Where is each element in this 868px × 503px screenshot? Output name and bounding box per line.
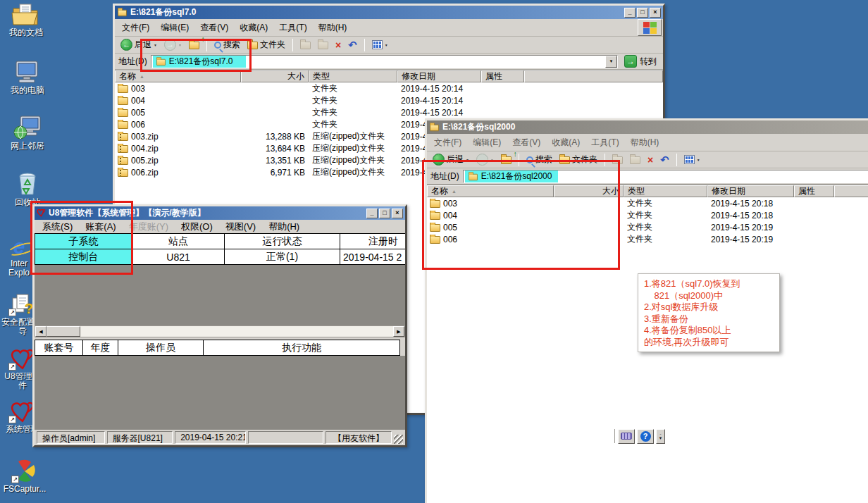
column-header-date[interactable]: 修改日期 [397, 70, 481, 82]
column-header-attr[interactable]: 属性 [794, 185, 834, 197]
cell-site: U821 [132, 249, 225, 265]
resize-grip[interactable] [394, 435, 403, 444]
ime-toolbar: ? - ▼ [614, 427, 665, 445]
menu-help[interactable]: 帮助(H) [264, 220, 304, 234]
title-bar[interactable]: E:\821备份sql7.0 _ □ × [115, 6, 663, 19]
maximize-button[interactable]: □ [379, 209, 390, 218]
desktop-icon-my-computer[interactable]: 我的电脑 [6, 59, 49, 95]
highlight-rect-address-sql7 [140, 39, 252, 72]
chevron-down-icon: ▼ [697, 158, 700, 162]
menu-help[interactable]: 帮助(H) [313, 20, 353, 36]
header-account-no[interactable]: 账套号 [35, 340, 83, 356]
header-operator[interactable]: 操作员 [118, 340, 204, 356]
menu-view[interactable]: 查看(V) [194, 20, 234, 36]
column-header-type[interactable]: 类型 [624, 185, 707, 197]
column-header-type[interactable]: 类型 [309, 70, 397, 82]
zip-folder-icon [118, 145, 128, 153]
views-button[interactable]: ▼ [369, 39, 391, 50]
close-button[interactable]: × [392, 209, 403, 218]
desktop-icon-network-places[interactable]: 网上邻居 [6, 115, 49, 151]
minimize-button[interactable]: _ [624, 8, 636, 18]
delete-button[interactable]: × [333, 39, 344, 51]
menu-view[interactable]: 查看(V) [507, 135, 546, 151]
ime-options-button[interactable]: - ▼ [656, 429, 665, 444]
header-site[interactable]: 站点 [132, 234, 225, 249]
title-bar[interactable]: E:\821备份sql2000 [427, 120, 868, 134]
undo-icon: ↶ [348, 39, 357, 50]
column-header-date[interactable]: 修改日期 [707, 185, 794, 197]
file-row[interactable]: 004 文件夹2019-4-15 20:14 [115, 94, 663, 106]
menu-file[interactable]: 文件(F) [116, 20, 155, 36]
minimize-button[interactable]: _ [366, 209, 378, 218]
header-year[interactable]: 年度 [83, 340, 118, 356]
horizontal-scrollbar[interactable]: ◀ ▶ [35, 325, 405, 337]
highlight-rect-u8-subsystem [30, 201, 133, 275]
menu-edit[interactable]: 编辑(E) [467, 135, 507, 151]
maximize-button[interactable]: □ [637, 8, 648, 18]
zip-folder-icon [118, 157, 128, 165]
menu-edit[interactable]: 编辑(E) [155, 20, 194, 36]
desktop-icon-label: Inter Explo [8, 259, 30, 278]
desktop-icon-label: 我的文档 [9, 28, 43, 37]
desktop-icon-label: FSCaptur... [4, 485, 46, 494]
menu-view[interactable]: 视图(V) [221, 220, 261, 234]
folder-icon [118, 97, 128, 105]
my-computer-icon [13, 59, 42, 85]
column-header-size[interactable]: 大小 [241, 70, 309, 82]
move-to-button[interactable] [297, 39, 314, 50]
scroll-right-icon[interactable]: ▶ [393, 326, 404, 337]
window-title: E:\821备份sql7.0 [130, 6, 196, 18]
scroll-left-icon[interactable]: ◀ [35, 326, 46, 337]
my-documents-icon [11, 1, 41, 27]
menu-tools[interactable]: 工具(T) [585, 135, 624, 151]
folder-icon [118, 85, 128, 93]
status-empty [248, 431, 323, 444]
close-button[interactable]: × [650, 8, 661, 18]
column-headers: 名称▲ 大小 类型 修改日期 属性 [115, 70, 663, 82]
folder-icon [118, 109, 128, 117]
ime-separator [614, 429, 616, 443]
desktop-icon-label: 我的电脑 [11, 86, 44, 95]
annotation-line: 的环境,再次升级即可 [644, 337, 774, 349]
menu-favorites[interactable]: 收藏(A) [234, 20, 273, 36]
undo-button[interactable]: ↶ [657, 154, 672, 166]
sort-asc-icon: ▲ [140, 74, 144, 79]
chevron-down-icon: ▼ [659, 436, 663, 440]
keyboard-icon [621, 433, 632, 440]
address-dropdown-button[interactable]: ▼ [605, 56, 617, 68]
header-run-status[interactable]: 运行状态 [225, 234, 340, 249]
scrollbar-thumb[interactable] [46, 326, 80, 337]
annotation-note: 1.将821（sql7.0)恢复到 821（sql2000)中 2.对sql数据… [638, 273, 780, 352]
delete-icon: × [335, 40, 341, 50]
u8-manager-icon: ↗ [10, 345, 35, 371]
menu-file[interactable]: 文件(F) [428, 135, 467, 151]
annotation-line: 4.将备份复制850以上 [644, 325, 774, 337]
menu-help[interactable]: 帮助(H) [625, 135, 665, 151]
file-row[interactable]: 003 文件夹2019-4-15 20:14 [115, 82, 663, 94]
delete-button[interactable]: × [645, 154, 656, 166]
zip-folder-icon [118, 169, 128, 177]
column-header-name[interactable]: 名称▲ [115, 70, 241, 82]
go-button[interactable]: → 转到 [621, 55, 659, 68]
copy-to-button[interactable] [315, 39, 331, 50]
menu-favorites[interactable]: 收藏(A) [546, 135, 585, 151]
menu-permission[interactable]: 权限(O) [176, 220, 218, 234]
desktop-icon-my-documents[interactable]: 我的文档 [4, 1, 48, 37]
status-vendor: 【用友软件】 [326, 431, 392, 444]
keyboard-button[interactable] [618, 429, 635, 444]
undo-button[interactable]: ↶ [345, 39, 360, 51]
views-button[interactable]: ▼ [681, 154, 703, 165]
copy-to-button[interactable] [627, 154, 643, 165]
header-register-time[interactable]: 注册时 [340, 234, 407, 249]
task-empty-area [35, 356, 405, 430]
toolbar-separator [364, 39, 365, 51]
header-exec-function[interactable]: 执行功能 [204, 340, 400, 356]
column-header-filler [834, 185, 868, 197]
desktop-icon-fscapture[interactable]: ↗ FSCaptur... [3, 458, 46, 494]
file-row[interactable]: 005 文件夹2019-4-15 20:14 [115, 106, 663, 118]
menu-tools[interactable]: 工具(T) [273, 20, 312, 36]
column-header-attr[interactable]: 属性 [481, 70, 524, 82]
highlight-rect-sql2000-list [422, 160, 620, 270]
help-button[interactable]: ? [637, 429, 654, 444]
shortcut-arrow-icon: ↗ [8, 309, 16, 316]
